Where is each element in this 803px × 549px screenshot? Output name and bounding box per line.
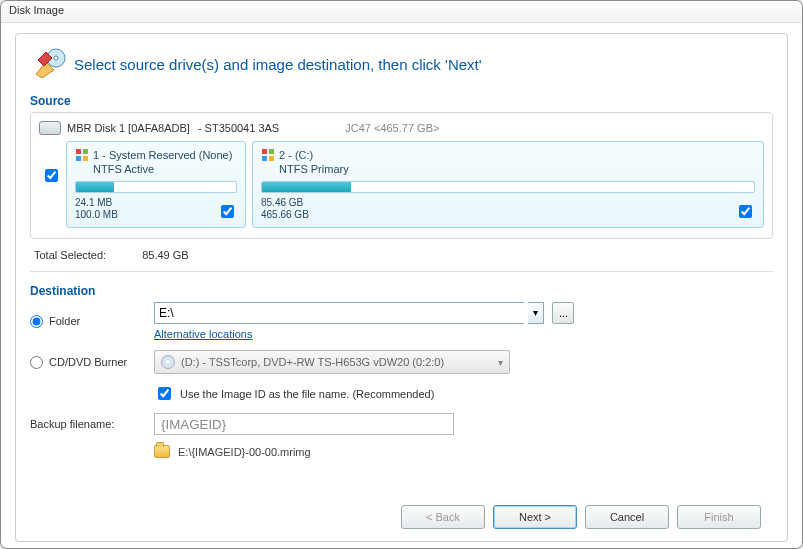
- cancel-button[interactable]: Cancel: [585, 505, 669, 529]
- disc-icon: [161, 355, 175, 369]
- backup-filename-label: Backup filename:: [30, 418, 150, 430]
- partition-1[interactable]: 1 - System Reserved (None) NTFS Active 2…: [66, 141, 246, 228]
- folder-icon: [154, 445, 170, 458]
- burner-radio-row[interactable]: CD/DVD Burner: [30, 356, 150, 369]
- disk-label: MBR Disk 1 [0AFA8ADB]: [67, 122, 190, 134]
- disk-select-checkbox[interactable]: [45, 169, 58, 182]
- disk-header-row: MBR Disk 1 [0AFA8ADB] - ST350041 3AS JC4…: [39, 119, 764, 141]
- partition-2-used: 85.46 GB: [261, 197, 755, 209]
- partition-1-sub: NTFS Active: [93, 163, 237, 175]
- svg-rect-3: [83, 149, 88, 154]
- burner-radio[interactable]: [30, 356, 43, 369]
- burner-radio-label: CD/DVD Burner: [49, 356, 127, 368]
- svg-rect-5: [83, 156, 88, 161]
- use-imageid-checkbox[interactable]: [158, 387, 171, 400]
- hdd-icon: [39, 121, 61, 135]
- disk-image-wizard: Disk Image Select source drive(s) and im…: [0, 0, 803, 549]
- back-button[interactable]: < Back: [401, 505, 485, 529]
- svg-rect-8: [262, 156, 267, 161]
- total-selected-label: Total Selected:: [34, 249, 106, 261]
- browse-button[interactable]: ...: [552, 302, 574, 324]
- use-imageid-row[interactable]: Use the Image ID as the file name. (Reco…: [154, 384, 773, 403]
- partition-1-total: 100.0 MB: [75, 209, 237, 221]
- disk-model: - ST350041 3AS: [198, 122, 279, 134]
- total-selected-row: Total Selected: 85.49 GB: [30, 239, 773, 267]
- svg-point-1: [54, 56, 58, 60]
- output-path: E:\{IMAGEID}-00-00.mrimg: [178, 446, 311, 458]
- wizard-title: Select source drive(s) and image destina…: [74, 56, 482, 73]
- disk-image-icon: [34, 48, 66, 80]
- folder-radio-row[interactable]: Folder: [30, 315, 150, 328]
- folder-path-input[interactable]: [154, 302, 524, 324]
- partition-2-usage-bar: [261, 181, 755, 193]
- backup-filename-input[interactable]: [154, 413, 454, 435]
- partition-2-sub: NTFS Primary: [279, 163, 755, 175]
- svg-rect-2: [76, 149, 81, 154]
- finish-button[interactable]: Finish: [677, 505, 761, 529]
- partition-1-checkbox[interactable]: [221, 205, 234, 218]
- chevron-down-icon: ▾: [498, 357, 503, 368]
- source-panel: MBR Disk 1 [0AFA8ADB] - ST350041 3AS JC4…: [30, 112, 773, 239]
- svg-rect-7: [269, 149, 274, 154]
- partition-2-total: 465.66 GB: [261, 209, 755, 221]
- use-imageid-label: Use the Image ID as the file name. (Reco…: [180, 388, 434, 400]
- wizard-button-bar: < Back Next > Cancel Finish: [30, 495, 773, 533]
- destination-section-title: Destination: [30, 284, 773, 298]
- total-selected-value: 85.49 GB: [142, 249, 188, 261]
- wizard-header: Select source drive(s) and image destina…: [30, 42, 773, 90]
- partition-2-checkbox[interactable]: [739, 205, 752, 218]
- partition-1-used: 24.1 MB: [75, 197, 237, 209]
- folder-radio[interactable]: [30, 315, 43, 328]
- disk-extra: JC47 <465.77 GB>: [345, 122, 439, 134]
- svg-rect-9: [269, 156, 274, 161]
- next-button[interactable]: Next >: [493, 505, 577, 529]
- partition-2[interactable]: 2 - (C:) NTFS Primary 85.46 GB 465.66 GB: [252, 141, 764, 228]
- folder-radio-label: Folder: [49, 315, 80, 327]
- partition-1-title: 1 - System Reserved (None): [93, 149, 232, 161]
- partition-1-usage-bar: [75, 181, 237, 193]
- svg-rect-4: [76, 156, 81, 161]
- windows-flag-icon: [75, 148, 89, 162]
- alternative-locations-link[interactable]: Alternative locations: [154, 328, 252, 340]
- source-section-title: Source: [30, 94, 773, 108]
- windows-flag-icon: [261, 148, 275, 162]
- burner-select[interactable]: (D:) - TSSTcorp, DVD+-RW TS-H653G vDW20 …: [154, 350, 510, 374]
- partition-2-title: 2 - (C:): [279, 149, 313, 161]
- folder-dropdown-button[interactable]: ▾: [528, 302, 544, 324]
- window-title: Disk Image: [1, 1, 802, 23]
- svg-rect-6: [262, 149, 267, 154]
- burner-value: (D:) - TSSTcorp, DVD+-RW TS-H653G vDW20 …: [181, 356, 444, 368]
